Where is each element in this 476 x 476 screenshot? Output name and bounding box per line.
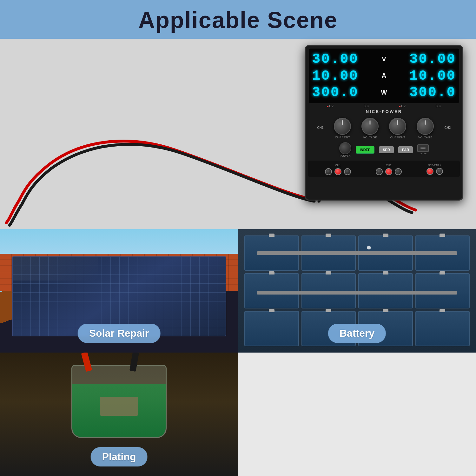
battery-cell-2: [301, 235, 356, 271]
page-title: Applicable Scene: [0, 7, 476, 33]
battery-cell-9: [244, 311, 299, 346]
top-section: 30.00 V 30.00 10.00 A 10.00 300.0 W 300.…: [0, 39, 476, 229]
battery-terminal: [269, 309, 274, 312]
battery-terminal: [326, 271, 331, 274]
solar-label: Solar Repair: [78, 324, 161, 343]
cv-cc-row: CV C.C CV C.C: [306, 104, 462, 108]
serpar-pos-terminal: [426, 168, 433, 175]
battery-cell-12: [415, 311, 470, 346]
battery-cell-4: [415, 235, 470, 271]
voltage-unit: V: [380, 51, 388, 67]
power-knob[interactable]: [339, 142, 351, 154]
ch1-current-knob[interactable]: [334, 118, 351, 135]
ch1-neg-terminal: [325, 168, 332, 175]
ch1-voltage-knob[interactable]: [361, 118, 379, 135]
battery-terminal: [440, 234, 445, 237]
ch2-label-group: CH2: [444, 126, 451, 130]
ch1-label-group: CH1: [317, 126, 323, 130]
serpar-neg-terminal: [436, 168, 443, 175]
ch2-cc-label: C.C: [436, 104, 441, 108]
ch2-current-knob-group: CURRENT: [389, 118, 406, 139]
ch1-terminal-label: CH1: [335, 164, 341, 167]
ch2-terminal-group: [376, 168, 402, 175]
ch2-current-knob-label: CURRENT: [390, 136, 406, 139]
ch1-watt-display: 300.0: [312, 84, 379, 101]
ch2-terminal-label: CH2: [386, 164, 392, 167]
brand-label: NICE-POWER: [306, 109, 462, 114]
ch2-terminals: CH2: [376, 164, 402, 175]
plating-container: [71, 365, 167, 438]
battery-scene: Battery: [238, 229, 476, 353]
battery-cell-3: [358, 235, 413, 271]
ch2-current-knob[interactable]: [389, 118, 406, 135]
ch1-voltage-display: 30.00: [312, 51, 379, 67]
ch1-gnd-terminal: [344, 168, 351, 175]
plating-scene: Plating: [0, 353, 238, 476]
ch1-voltage-knob-group: VOLTAGE: [361, 118, 379, 139]
power-group: POWER: [339, 142, 351, 157]
battery-label: Battery: [328, 324, 386, 343]
battery-cell-7: [358, 273, 413, 308]
ch1-cc-label: C.C: [364, 104, 369, 108]
ch1-current-knob-label: CURRENT: [335, 136, 350, 139]
indep-button[interactable]: INDEP: [356, 146, 375, 154]
ch1-header: CH1: [317, 126, 323, 129]
header: Applicable Scene: [0, 0, 476, 39]
ch2-header: CH2: [444, 126, 451, 129]
ch2-gnd-terminal: [395, 168, 402, 175]
ch1-cv-label: CV: [327, 104, 334, 108]
main-content: 30.00 V 30.00 10.00 A 10.00 300.0 W 300.…: [0, 39, 476, 476]
page-container: Applicable Scene: [0, 0, 476, 476]
battery-terminal: [326, 309, 331, 312]
svg-rect-1: [421, 148, 425, 149]
ch2-current-display: 10.00: [389, 68, 456, 84]
ch2-cv-label: CV: [399, 104, 406, 108]
power-label: POWER: [340, 154, 351, 157]
ch1-current-knob-group: CURRENT: [334, 118, 351, 139]
device-panel: 30.00 V 30.00 10.00 A 10.00 300.0 W 300.…: [305, 45, 463, 201]
ch2-voltage-knob-group: VOLTAGE: [417, 118, 434, 139]
serpar-terminals: SER/PAR +: [426, 164, 443, 175]
ch1-voltage-knob-label: VOLTAGE: [363, 136, 377, 139]
ch1-pos-terminal: [334, 168, 341, 175]
usb-group: 5V/2A: [417, 144, 429, 155]
battery-terminal: [383, 309, 388, 312]
plating-electrode: [100, 397, 138, 416]
ch2-voltage-display: 30.00: [389, 51, 456, 67]
terminals-row: CH1 CH2: [308, 161, 460, 177]
serpar-terminal-group: [426, 168, 443, 175]
serpar-label: SER/PAR +: [428, 164, 441, 167]
usb-port: [417, 144, 429, 152]
ch1-terminal-group: [325, 168, 351, 175]
ch2-voltage-knob[interactable]: [417, 118, 434, 135]
display-area: 30.00 V 30.00 10.00 A 10.00 300.0 W 300.…: [309, 49, 459, 103]
solar-reflection: [13, 257, 98, 281]
buttons-row: POWER INDEP SER PAR 5V/2A: [306, 140, 462, 159]
par-button[interactable]: PAR: [398, 146, 413, 153]
knobs-row: CH1 CURRENT VOLTAGE CURRENT: [306, 115, 462, 140]
battery-cell-8: [415, 273, 470, 308]
ch2-neg-terminal: [376, 168, 383, 175]
ch2-pos-terminal: [385, 168, 392, 175]
battery-cell-6: [301, 273, 356, 308]
battery-cell-5: [244, 273, 299, 308]
battery-terminal: [383, 234, 388, 237]
ch2-watt-display: 300.0: [389, 84, 456, 101]
battery-terminal: [269, 234, 274, 237]
ch1-current-display: 10.00: [312, 68, 379, 84]
battery-terminal: [440, 271, 445, 274]
photos-grid: Solar Repair: [0, 229, 476, 476]
plating-label: Plating: [91, 447, 148, 466]
battery-terminal: [326, 234, 331, 237]
ch2-voltage-knob-label: VOLTAGE: [418, 136, 433, 139]
solar-scene: Solar Repair: [0, 229, 238, 353]
ch1-terminals: CH1: [325, 164, 351, 175]
battery-terminal: [269, 271, 274, 274]
watt-unit: W: [380, 84, 388, 101]
battery-terminal: [440, 309, 445, 312]
ser-button[interactable]: SER: [379, 146, 394, 153]
battery-cell-1: [244, 235, 299, 271]
usb-label: 5V/2A: [420, 152, 426, 155]
battery-terminal: [383, 271, 388, 274]
current-unit: A: [380, 68, 388, 84]
